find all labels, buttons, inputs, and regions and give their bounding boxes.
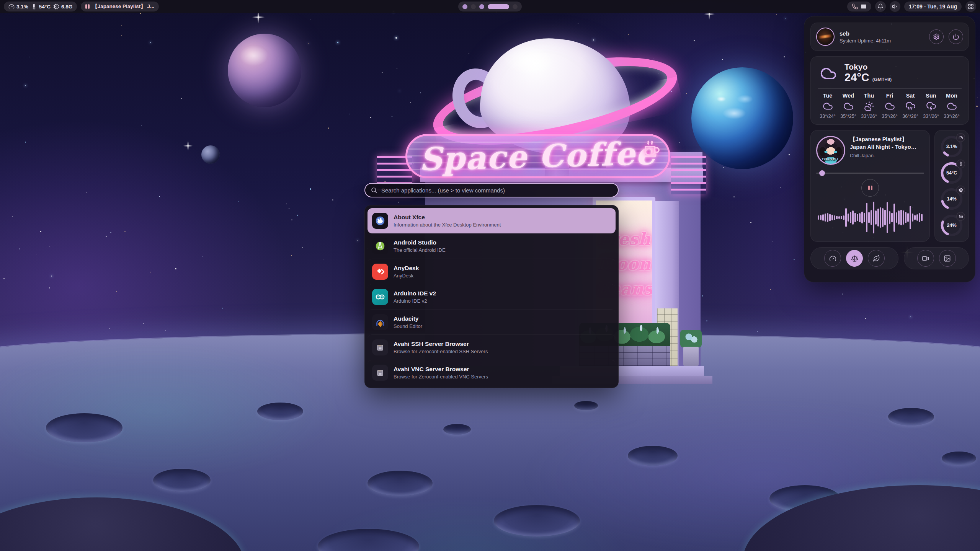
temperature: 54°C: [31, 3, 51, 10]
workspace-dot[interactable]: [513, 4, 518, 9]
neon-cup-icon: [641, 137, 663, 159]
app-description: Arduino IDE v2: [394, 298, 436, 304]
app-row-anydesk[interactable]: AnyDesk AnyDesk: [368, 259, 616, 284]
forecast-day: Thu 33°/26°: [859, 93, 879, 119]
app-name: Avahi VNC Server Browser: [394, 366, 488, 373]
workspace-dot[interactable]: [462, 4, 467, 9]
android-studio-icon: [372, 238, 388, 254]
app-row-avahi-ssh[interactable]: Avahi SSH Server Browser Browse for Zero…: [368, 334, 616, 360]
speedometer-icon: [8, 3, 15, 10]
crater: [153, 469, 211, 492]
app-row-arduino[interactable]: Arduino IDE v2 Arduino IDE v2: [368, 284, 616, 309]
thermometer-icon: [959, 161, 963, 166]
tray-pill[interactable]: [847, 2, 871, 11]
app-description: Browse for Zeroconf-enabled VNC Servers: [394, 374, 488, 380]
media-progress-slider[interactable]: [816, 170, 924, 176]
leaf-icon: [873, 255, 880, 262]
system-gauges-card: 3.1% 54°C 14% 24%: [934, 130, 969, 242]
image-icon[interactable]: [861, 3, 867, 10]
app-name: Arduino IDE v2: [394, 290, 436, 297]
app-grid-button[interactable]: [965, 1, 976, 12]
cloud-icon: [947, 101, 957, 111]
network-socket-icon: [372, 339, 388, 355]
speedometer-icon: [959, 135, 963, 140]
arduino-icon: [372, 289, 388, 305]
weather-timezone: (GMT+9): [872, 77, 892, 82]
performance-mode-button[interactable]: [824, 250, 841, 267]
phone-icon[interactable]: [852, 3, 858, 10]
user-card: seb System Uptime: 4h11m: [810, 23, 969, 51]
sun-cloud-icon: [864, 101, 874, 111]
clock-text: 17:09 - Tue, 19 Aug: [909, 3, 957, 10]
workspace-dot[interactable]: [479, 4, 484, 9]
crater: [257, 403, 303, 420]
divider: [818, 88, 962, 89]
app-name: Avahi SSH Server Browser: [394, 341, 488, 347]
gear-icon: [933, 33, 940, 40]
screen-record-button[interactable]: [917, 250, 934, 267]
weather-current: Tokyo 24°C (GMT+9): [818, 63, 962, 84]
power-button[interactable]: [949, 29, 963, 44]
crater: [888, 408, 934, 425]
album-art[interactable]: TOKYO L: [816, 136, 845, 165]
app-name: About Xfce: [394, 214, 501, 221]
forecast-day: Tue 33°/24°: [818, 93, 838, 119]
app-row-android-studio[interactable]: Android Studio The official Android IDE: [368, 233, 616, 259]
bell-icon: [877, 3, 884, 10]
image-icon: [944, 255, 951, 262]
workspace-dot-active[interactable]: [488, 4, 509, 9]
app-row-about-xfce[interactable]: About Xfce Information about the Xfce De…: [368, 208, 616, 233]
play-pause-button[interactable]: [861, 179, 879, 197]
settings-button[interactable]: [929, 29, 944, 44]
neon-sign: Space Coffee: [405, 134, 670, 178]
workspace-switcher[interactable]: [458, 2, 522, 11]
memory-usage: 6.8G: [53, 3, 72, 10]
cloud-icon: [843, 101, 854, 111]
crater: [574, 401, 598, 410]
apps-grid-icon: [968, 3, 974, 10]
neon-stripe-band: [671, 156, 706, 194]
notifications-button[interactable]: [875, 1, 886, 12]
powersave-mode-button[interactable]: [868, 250, 885, 267]
video-icon: [922, 255, 929, 262]
crater: [443, 424, 471, 435]
search-bar[interactable]: [364, 183, 619, 197]
avatar[interactable]: [816, 28, 835, 46]
app-description: The official Android IDE: [394, 247, 446, 253]
clock[interactable]: 17:09 - Tue, 19 Aug: [904, 2, 962, 11]
search-icon: [371, 187, 377, 194]
balanced-mode-button[interactable]: [846, 250, 863, 267]
app-description: Sound Editor: [394, 323, 422, 329]
pause-icon: [868, 186, 872, 190]
search-input[interactable]: [381, 187, 612, 194]
crater: [494, 505, 580, 536]
app-name: Audacity: [394, 315, 422, 322]
topbar-left-group: 3.1% 54°C 6.8G 【Japanese Playlist】 J...: [4, 2, 159, 11]
volume-icon: [892, 3, 898, 10]
power-icon: [952, 33, 959, 40]
forecast-day: Sat 36°/26°: [900, 93, 920, 119]
forecast-day: Wed 35°/25°: [838, 93, 858, 119]
system-stats-pill[interactable]: 3.1% 54°C 6.8G: [4, 2, 77, 11]
scales-icon: [851, 255, 858, 262]
now-playing-pill[interactable]: 【Japanese Playlist】 J...: [81, 2, 159, 11]
cloud-icon: [885, 101, 895, 111]
storm-icon: [926, 101, 936, 111]
control-sidebar: seb System Uptime: 4h11m Tokyo 24°C (GMT…: [804, 16, 975, 282]
audacity-icon: [372, 314, 388, 330]
album-art-label: TOKYO L: [817, 157, 844, 161]
topbar-right-group: 17:09 - Tue, 19 Aug: [847, 1, 976, 12]
app-row-audacity[interactable]: Audacity Sound Editor: [368, 309, 616, 334]
anydesk-icon: [372, 264, 388, 280]
crater: [628, 446, 678, 466]
volume-button[interactable]: [890, 1, 900, 12]
forecast-day: Fri 35°/26°: [880, 93, 900, 119]
progress-knob[interactable]: [819, 170, 825, 176]
workspace-dot[interactable]: [471, 4, 476, 9]
wallpaper-button[interactable]: [939, 250, 956, 267]
app-name: Android Studio: [394, 239, 446, 246]
crater: [942, 452, 976, 465]
disk-gauge: 24%: [940, 214, 964, 237]
app-list: About Xfce Information about the Xfce De…: [364, 205, 619, 388]
app-row-avahi-vnc[interactable]: Avahi VNC Server Browser Browse for Zero…: [368, 360, 616, 385]
